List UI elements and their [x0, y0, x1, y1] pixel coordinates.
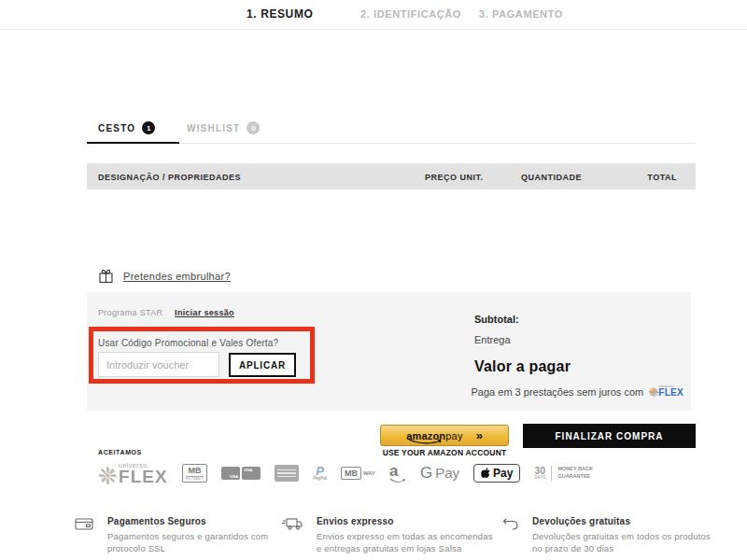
apply-voucher-button[interactable]: APLICAR — [229, 353, 296, 377]
universo-flex-logo: ❊ universo. FLEX — [98, 462, 168, 484]
summary-panel: Programa STAR Iniciar sessão Usar Código… — [87, 292, 691, 411]
voucher-input[interactable] — [98, 352, 219, 377]
amazon-pay-button[interactable]: amazonpay » — [380, 425, 509, 446]
amazon-icon: a — [389, 463, 406, 483]
apple-logo-icon — [481, 468, 491, 480]
cart-tabs: CESTO 1 WISHLIST 0 — [87, 119, 696, 144]
step-pagamento[interactable]: 3. PAGAMENTO — [479, 8, 563, 20]
flex-brand-text: FLEX — [658, 388, 684, 398]
multibanco-icon: MB MULTIBANCO — [182, 464, 207, 483]
footer-free-returns: Devoluções gratuitas Devoluções gratuita… — [502, 516, 722, 555]
tab-cesto[interactable]: CESTO 1 — [98, 121, 155, 134]
login-link[interactable]: Iniciar sessão — [175, 308, 234, 317]
cesto-count-badge: 1 — [142, 121, 155, 134]
finalizar-compra-button[interactable]: FINALIZAR COMPRA — [523, 424, 696, 448]
footer-desc: Pagamentos seguros e garantidos com prot… — [107, 531, 285, 555]
footer-secure-payments: Pagamentos Seguros Pagamentos seguros e … — [75, 516, 285, 555]
step-identificacao[interactable]: 2. IDENTIFICAÇÃO — [360, 8, 461, 20]
credit-card-icon — [75, 517, 93, 531]
cart-table-header: DESIGNAÇÃO / PROPRIEDADES PREÇO UNIT. QU… — [87, 163, 696, 189]
mbway-icon: MB WAY — [341, 467, 375, 480]
paypal-icon: P PayPal — [313, 465, 327, 482]
gpay-icon: G Pay — [420, 464, 459, 483]
footer-desc: Devoluções gratuitas em todos os produto… — [532, 531, 722, 555]
payment-methods-row: ❊ universo. FLEX MB MULTIBANCO VISA VISA… — [98, 459, 658, 487]
amazon-pay-word: pay — [445, 430, 462, 441]
col-designacao: DESIGNAÇÃO / PROPRIEDADES — [98, 173, 241, 182]
tab-wishlist-label: WISHLIST — [187, 123, 240, 133]
amazon-smile-icon — [408, 439, 444, 444]
amazon-pay-logo: amazonpay — [406, 430, 463, 441]
tab-cesto-label: CESTO — [98, 123, 135, 133]
footer-desc: Envios expresso em todas as encomendas e… — [317, 531, 495, 555]
tab-wishlist[interactable]: WISHLIST 0 — [187, 121, 260, 134]
wishlist-count-badge: 0 — [247, 121, 260, 134]
active-tab-underline — [87, 142, 179, 144]
valor-a-pagar-label: Valor a pagar — [474, 358, 571, 375]
visa-cards-icon: VISA VISA — [221, 467, 261, 480]
footer-title: Pagamentos Seguros — [107, 516, 285, 526]
aceitamos-label: ACEITAMOS — [98, 449, 142, 455]
col-preco-unit: PREÇO UNIT. — [425, 173, 484, 182]
entrega-label: Entrega — [474, 334, 511, 345]
flex-installments-note: Paga em 3 prestações sem juros com ❊ uni… — [472, 385, 684, 398]
col-total: TOTAL — [647, 173, 677, 182]
amazon-chevrons-icon: » — [476, 429, 483, 441]
footer-title: Envios expresso — [317, 516, 495, 526]
return-arrow-icon — [502, 517, 518, 530]
flex-sparkle-icon: ❊ — [648, 386, 657, 398]
applepay-icon: Pay — [473, 464, 520, 483]
flex-sparkle-icon: ❊ — [98, 467, 117, 484]
money-back-badge: 30 DAYS MONEY BACK GUARANTEE — [534, 466, 597, 481]
footer-title: Devoluções gratuitas — [532, 516, 722, 526]
truck-icon — [282, 517, 303, 531]
step-resumo[interactable]: 1. RESUMO — [247, 7, 313, 21]
amex-card-icon — [275, 465, 299, 482]
checkout-page: 1. RESUMO 2. IDENTIFICAÇÃO 3. PAGAMENTO … — [0, 0, 747, 560]
voucher-label: Usar Código Promocional e Vales Oferta? — [98, 338, 278, 348]
subtotal-label: Subtotal: — [474, 314, 519, 325]
gift-wrap-link[interactable]: Pretendes embrulhar? — [123, 271, 231, 282]
col-quantidade: QUANTIDADE — [521, 173, 582, 182]
flex-note-text: Paga em 3 prestações sem juros com — [472, 386, 644, 398]
footer-express-shipping: Envios expresso Envios expresso em todas… — [282, 516, 495, 555]
amazon-account-note: USE YOUR AMAZON ACCOUNT — [375, 448, 514, 457]
checkout-stepper: 1. RESUMO 2. IDENTIFICAÇÃO 3. PAGAMENTO — [0, 0, 747, 30]
star-program-label: Programa STAR — [98, 308, 162, 317]
universo-flex-logo-small: ❊ universo FLEX — [648, 385, 684, 398]
gift-icon — [98, 268, 114, 284]
flex-brand-text: FLEX — [119, 469, 168, 484]
gift-wrap-row: Pretendes embrulhar? — [98, 268, 231, 284]
star-program-row: Programa STAR Iniciar sessão — [98, 308, 234, 317]
